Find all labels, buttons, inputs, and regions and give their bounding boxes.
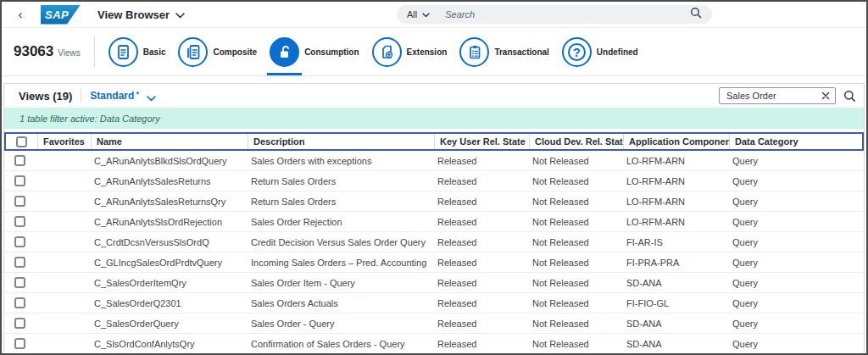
category-transactional[interactable]: Transactional: [459, 28, 548, 75]
chevron-down-icon[interactable]: [147, 90, 156, 105]
row-select-cell: [4, 277, 36, 288]
data-category-cell: Query: [727, 156, 864, 166]
category-extension[interactable]: Extension: [372, 28, 448, 75]
divider: [94, 36, 95, 67]
row-checkbox[interactable]: [14, 216, 25, 227]
row-select-cell: [4, 236, 36, 247]
global-search[interactable]: All: [397, 5, 712, 24]
description-cell: Confirmation of Sales Orders - Query: [246, 339, 432, 349]
cloud-dev-rel-state-cell: Not Released: [527, 319, 621, 329]
application-component-cell: FI-AR-IS: [621, 237, 727, 247]
shell-bar: ‹ SAP View Browser All: [2, 2, 866, 28]
back-button[interactable]: ‹: [12, 6, 29, 23]
column-header-favorites[interactable]: Favorites: [37, 134, 91, 149]
column-header-description[interactable]: Description: [248, 134, 434, 149]
row-checkbox[interactable]: [14, 257, 25, 268]
key-user-rel-state-cell: Released: [432, 339, 527, 349]
row-checkbox[interactable]: [14, 196, 25, 207]
view-name-cell: C_ARunAnlytsSalesReturnsQry: [89, 197, 246, 207]
unlock-icon: [270, 37, 299, 67]
table-row[interactable]: C_GLIncgSalesOrdPrdtvQuery Incoming Sale…: [4, 252, 864, 273]
cloud-dev-rel-state-cell: Not Released: [527, 217, 621, 227]
row-checkbox[interactable]: [14, 155, 25, 166]
global-search-input[interactable]: [445, 9, 690, 19]
category-basic[interactable]: Basic: [108, 28, 166, 75]
search-icon[interactable]: [690, 7, 702, 22]
application-component-cell: LO-RFM-ARN: [621, 197, 727, 207]
search-icon[interactable]: [843, 90, 856, 103]
data-category-cell: Query: [727, 298, 864, 308]
key-user-rel-state-cell: Released: [432, 217, 527, 227]
cloud-dev-rel-state-cell: Not Released: [527, 278, 621, 288]
views-count: 93063 Views: [14, 43, 81, 60]
clipboard-list-icon: [459, 37, 489, 67]
cloud-dev-rel-state-cell: Not Released: [527, 298, 621, 308]
question-mark-icon: ?: [562, 37, 592, 67]
table-row[interactable]: C_SalesOrderQuery Sales Order - Query Re…: [4, 313, 864, 334]
table-row[interactable]: C_ARunAnlytsSlsOrdRejection Sales Order …: [4, 212, 864, 232]
application-component-cell: SD-ANA: [621, 339, 727, 349]
key-user-rel-state-cell: Released: [432, 319, 527, 329]
chevron-down-icon[interactable]: [175, 8, 185, 21]
row-checkbox[interactable]: [14, 318, 25, 329]
column-header-data-category[interactable]: Data Category: [729, 134, 862, 149]
variant-modified-marker: *: [136, 91, 139, 98]
view-name-cell: C_ARunAnlytsBlkdSlsOrdQuery: [89, 156, 246, 166]
search-scope-label: All: [407, 9, 417, 19]
views-count-label: Views: [58, 48, 81, 58]
app-title-menu[interactable]: View Browser: [97, 8, 185, 21]
row-checkbox[interactable]: [14, 175, 25, 186]
select-all-checkbox[interactable]: [16, 136, 27, 147]
row-checkbox[interactable]: [14, 297, 25, 308]
column-header-cloud-dev-rel-state[interactable]: Cloud Dev. Rel. State: [529, 134, 623, 149]
filter-info-bar[interactable]: 1 table filter active: Data Category: [4, 108, 864, 129]
application-component-cell: SD-ANA: [621, 319, 727, 329]
application-component-cell: LO-RFM-ARN: [621, 217, 727, 227]
table-row[interactable]: C_SlsOrdConfAnlytsQry Confirmation of Sa…: [4, 334, 864, 353]
view-name-cell: C_CrdtDcsnVersusSlsOrdQ: [89, 237, 246, 247]
table-row[interactable]: C_CrdtDcsnVersusSlsOrdQ Credit Decision …: [4, 232, 864, 252]
table-row[interactable]: C_SalesOrderQ2301 Sales Orders Actuals R…: [4, 293, 864, 313]
app-title-label: View Browser: [97, 8, 170, 21]
table-row[interactable]: C_ARunAnlytsSalesReturns Return Sales Or…: [4, 171, 864, 191]
key-user-rel-state-cell: Released: [432, 298, 527, 308]
app-window: ‹ SAP View Browser All 93063 Views: [0, 0, 868, 355]
cloud-dev-rel-state-cell: Not Released: [527, 176, 621, 186]
data-category-cell: Query: [727, 278, 864, 288]
variant-selector[interactable]: Standard*: [90, 90, 139, 102]
category-consumption[interactable]: Consumption: [270, 28, 359, 75]
description-cell: Sales Order - Query: [246, 319, 432, 329]
description-cell: Return Sales Orders: [246, 197, 432, 207]
table-search-input[interactable]: [726, 91, 821, 101]
cloud-dev-rel-state-cell: Not Released: [527, 156, 621, 166]
cloud-dev-rel-state-cell: Not Released: [527, 339, 621, 349]
documents-icon: [178, 37, 208, 67]
view-name-cell: C_SalesOrderQuery: [89, 319, 246, 329]
category-undefined[interactable]: ? Undefined: [562, 28, 638, 75]
chevron-down-icon: [422, 9, 430, 19]
column-header-name[interactable]: Name: [91, 134, 248, 149]
description-cell: Return Sales Orders: [246, 176, 432, 186]
row-select-cell: [4, 196, 36, 207]
description-cell: Sales Orders Actuals: [246, 298, 432, 308]
row-checkbox[interactable]: [14, 277, 25, 288]
column-header-key-user-rel-state[interactable]: Key User Rel. State: [434, 134, 529, 149]
table-row[interactable]: C_SalesOrderItemQry Sales Order Item - Q…: [4, 273, 864, 293]
table-body: C_ARunAnlytsBlkdSlsOrdQuery Sales Orders…: [4, 151, 864, 353]
table-row[interactable]: C_ARunAnlytsBlkdSlsOrdQuery Sales Orders…: [4, 151, 864, 171]
data-category-cell: Query: [727, 339, 864, 349]
category-composite[interactable]: Composite: [178, 28, 257, 75]
row-checkbox[interactable]: [14, 236, 25, 247]
key-user-rel-state-cell: Released: [432, 258, 527, 268]
view-name-cell: C_SalesOrderQ2301: [89, 298, 246, 308]
table-search-box[interactable]: [719, 87, 836, 104]
document-plus-icon: [372, 37, 402, 67]
row-checkbox[interactable]: [14, 338, 25, 349]
column-header-application-component[interactable]: Application Component: [623, 134, 729, 149]
row-select-cell: [4, 257, 36, 268]
clear-search-icon[interactable]: [821, 92, 831, 100]
application-component-cell: LO-RFM-ARN: [621, 176, 727, 186]
table-row[interactable]: C_ARunAnlytsSalesReturnsQry Return Sales…: [4, 191, 864, 212]
filter-info-text: 1 table filter active: Data Category: [19, 114, 160, 124]
search-scope-select[interactable]: All: [407, 9, 430, 19]
